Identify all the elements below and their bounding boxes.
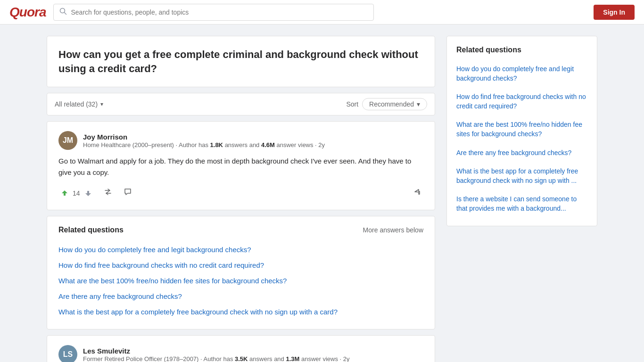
sidebar-link-3[interactable]: What are the best 100% free/no hidden fe… xyxy=(456,117,587,141)
bio-middle: answers and xyxy=(248,355,286,362)
avatar-initials: JM xyxy=(63,136,73,145)
author-row: LS Les Smulevitz Former Retired Police O… xyxy=(58,345,423,362)
right-sidebar: Related questions How do you do complete… xyxy=(446,36,597,226)
left-column: How can you get a free complete criminal… xyxy=(47,36,435,362)
search-input[interactable] xyxy=(71,8,368,16)
bio-prefix: Home Healthcare (2000–present) · Author … xyxy=(83,141,210,148)
sidebar-title: Related questions xyxy=(456,46,587,54)
related-questions-inline: Related questions More answers below How… xyxy=(47,216,435,329)
author-row: JM Joy Morrison Home Healthcare (2000–pr… xyxy=(58,131,423,150)
related-link-3[interactable]: What are the best 100% free/no hidden fe… xyxy=(58,273,423,288)
bio-suffix: answer views · 2y xyxy=(299,355,349,362)
sidebar-link-1[interactable]: How do you do completely free and legit … xyxy=(456,62,587,86)
bio-suffix: answer views · 2y xyxy=(275,141,325,148)
svg-rect-3 xyxy=(87,191,89,193)
answers-count: 1.8K xyxy=(210,141,223,148)
author-info: Joy Morrison Home Healthcare (2000–prese… xyxy=(83,133,325,148)
sign-in-button[interactable]: Sign In xyxy=(594,5,635,20)
answer-card-joy-morrison: JM Joy Morrison Home Healthcare (2000–pr… xyxy=(47,121,435,210)
chevron-down-icon: ▾ xyxy=(100,101,103,107)
quora-logo[interactable]: Quora xyxy=(9,5,46,20)
related-inline-title: Related questions xyxy=(58,226,124,234)
views-count: 1.3M xyxy=(286,355,299,362)
related-inline-header: Related questions More answers below xyxy=(58,226,423,234)
author-name[interactable]: Les Smulevitz xyxy=(83,347,350,355)
vote-area: 14 xyxy=(58,187,94,199)
question-title: How can you get a free complete criminal… xyxy=(58,48,423,75)
sidebar-link-4[interactable]: Are there any free background checks? xyxy=(456,146,587,161)
share-button[interactable] xyxy=(411,186,423,200)
answer-actions: 14 xyxy=(58,186,423,200)
header: Quora Sign In xyxy=(0,0,644,25)
search-icon xyxy=(59,8,67,16)
related-link-5[interactable]: What is the best app for a completely fr… xyxy=(58,304,423,320)
related-link-2[interactable]: How do find free background checks with … xyxy=(58,257,423,273)
author-name[interactable]: Joy Morrison xyxy=(83,133,325,141)
avatar: JM xyxy=(58,131,77,150)
more-answers-label: More answers below xyxy=(363,226,423,234)
views-count: 4.6M xyxy=(261,141,275,148)
chevron-down-icon: ▾ xyxy=(417,100,420,108)
author-info: Les Smulevitz Former Retired Police Offi… xyxy=(83,347,350,362)
repost-button[interactable] xyxy=(102,186,114,200)
answer-card-les-smulevitz: LS Les Smulevitz Former Retired Police O… xyxy=(47,335,435,362)
avatar: LS xyxy=(58,345,77,362)
bio-prefix: Former Retired Police Officer (1978–2007… xyxy=(83,355,235,362)
sidebar-link-2[interactable]: How do find free background checks with … xyxy=(456,90,587,114)
main-content: How can you get a free complete criminal… xyxy=(39,25,605,362)
downvote-button[interactable] xyxy=(82,187,94,199)
related-link-4[interactable]: Are there any free background checks? xyxy=(58,288,423,304)
sidebar-related-card: Related questions How do you do complete… xyxy=(446,36,597,226)
author-bio: Former Retired Police Officer (1978–2007… xyxy=(83,355,350,362)
sort-dropdown[interactable]: Recommended ▾ xyxy=(362,98,427,110)
all-related-filter[interactable]: All related (32) ▾ xyxy=(55,100,103,108)
comment-button[interactable] xyxy=(122,186,134,200)
sort-selected-value: Recommended xyxy=(369,100,414,108)
svg-line-1 xyxy=(65,13,66,15)
all-related-label: All related (32) xyxy=(55,100,98,108)
filter-bar: All related (32) ▾ Sort Recommended ▾ xyxy=(47,93,435,115)
avatar-initials: LS xyxy=(63,350,73,359)
bio-middle: answers and xyxy=(223,141,261,148)
vote-count: 14 xyxy=(73,189,80,197)
author-bio: Home Healthcare (2000–present) · Author … xyxy=(83,141,325,148)
upvote-button[interactable] xyxy=(58,187,71,199)
search-bar xyxy=(53,4,374,21)
answers-count: 3.5K xyxy=(235,355,248,362)
sort-control: Sort Recommended ▾ xyxy=(346,98,427,110)
sidebar-link-5[interactable]: What is the best app for a completely fr… xyxy=(456,164,587,188)
question-card: How can you get a free complete criminal… xyxy=(47,36,435,87)
answer-text: Go to Walmart and apply for a job. They … xyxy=(58,156,423,178)
sidebar-link-6[interactable]: Is there a website I can send someone to… xyxy=(456,192,587,216)
related-link-1[interactable]: How do you do completely free and legit … xyxy=(58,242,423,257)
sort-label: Sort xyxy=(346,100,358,108)
svg-rect-2 xyxy=(64,193,66,196)
